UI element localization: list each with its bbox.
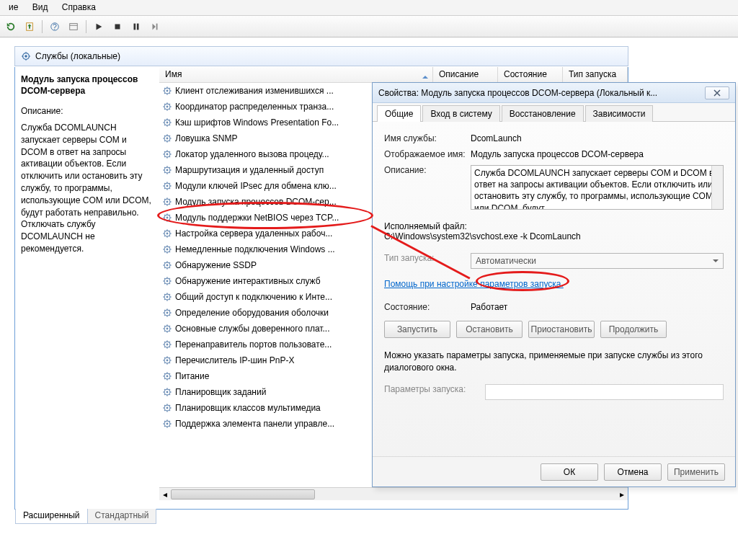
column-status[interactable]: Состояние — [498, 67, 563, 82]
svg-point-226 — [166, 423, 169, 425]
tab-extended[interactable]: Расширенный — [15, 509, 88, 524]
play-icon[interactable] — [91, 19, 107, 35]
svg-line-161 — [164, 310, 165, 311]
svg-line-73 — [169, 167, 170, 168]
svg-point-186 — [166, 360, 169, 362]
help-icon[interactable]: ? — [47, 19, 63, 35]
svg-line-123 — [169, 246, 170, 247]
service-name: Модули ключей IPsec для обмена клю... — [175, 181, 337, 191]
svg-point-166 — [166, 328, 169, 330]
properties-icon[interactable] — [66, 19, 81, 35]
svg-line-81 — [164, 183, 165, 184]
column-description[interactable]: Описание — [433, 67, 498, 82]
horizontal-scrollbar[interactable]: ◂ ▸ — [159, 487, 628, 500]
gear-icon — [162, 276, 172, 286]
gear-icon — [162, 244, 172, 254]
restart-icon[interactable] — [147, 19, 163, 35]
dialog-tabs: Общие Вход в систему Восстановление Зави… — [373, 103, 735, 122]
svg-line-234 — [164, 426, 165, 427]
description-textbox[interactable]: Служба DCOMLAUNCH запускает серверы COM … — [471, 165, 724, 210]
cancel-button[interactable]: Отмена — [604, 463, 662, 481]
pause-button[interactable]: Приостановить — [528, 321, 595, 338]
gear-icon — [162, 387, 172, 397]
svg-line-181 — [164, 342, 165, 342]
svg-line-172 — [169, 331, 170, 332]
service-name: Общий доступ к подключению к Инте... — [175, 292, 332, 302]
list-header: Имя Описание Состояние Тип запуска — [159, 67, 628, 83]
svg-line-51 — [164, 135, 165, 136]
scroll-right-icon[interactable]: ▸ — [616, 489, 628, 500]
svg-line-103 — [169, 215, 170, 215]
tab-logon[interactable]: Вход в систему — [422, 105, 499, 122]
svg-line-53 — [169, 135, 170, 136]
ok-button[interactable]: ОК — [541, 463, 598, 481]
tab-dependencies[interactable]: Зависимости — [585, 105, 654, 122]
dialog-body: Имя службы: DcomLaunch Отображаемое имя:… — [373, 122, 735, 456]
service-name: Перечислитель IP-шин PnP-X — [175, 355, 294, 365]
svg-line-221 — [164, 405, 165, 406]
close-icon[interactable] — [705, 86, 729, 99]
startup-type-select[interactable]: Автоматически — [471, 253, 724, 269]
service-name: Планировщик классов мультимедиа — [175, 403, 321, 413]
svg-line-202 — [169, 378, 170, 379]
dialog-footer: ОК Отмена Применить — [373, 456, 735, 486]
svg-line-143 — [169, 278, 170, 279]
scroll-thumb[interactable] — [171, 489, 315, 499]
properties-dialog: Свойства: Модуль запуска процессов DCOM-… — [372, 82, 736, 487]
gear-icon — [162, 228, 172, 239]
svg-point-136 — [166, 280, 169, 283]
svg-line-102 — [169, 220, 170, 221]
selected-service-title: Модуль запуска процессов DCOM-сервера — [21, 74, 154, 97]
svg-line-223 — [169, 405, 170, 406]
export-icon[interactable] — [22, 19, 37, 35]
menu-item[interactable]: Вид — [27, 0, 54, 14]
tab-general[interactable]: Общие — [377, 105, 421, 122]
resume-button[interactable]: Продолжить — [600, 321, 667, 338]
svg-line-134 — [164, 267, 165, 268]
start-button[interactable]: Запустить — [384, 321, 450, 338]
svg-line-212 — [169, 394, 170, 395]
svg-line-122 — [169, 252, 170, 252]
stop-icon[interactable] — [110, 19, 125, 35]
svg-line-174 — [164, 331, 165, 332]
svg-line-42 — [169, 125, 170, 125]
service-name: Модуль запуска процессов DCOM-сер... — [175, 197, 337, 207]
column-startup[interactable]: Тип запуска — [563, 67, 628, 82]
pause-icon[interactable] — [128, 19, 144, 35]
menu-bar: ие Вид Справка — [0, 0, 738, 16]
tab-recovery[interactable]: Восстановление — [502, 105, 584, 122]
svg-line-44 — [164, 125, 165, 125]
svg-line-71 — [164, 167, 165, 168]
description-text: Служба DCOMLAUNCH запускает серверы COM … — [21, 122, 154, 255]
gear-icon — [162, 308, 172, 318]
svg-point-10 — [25, 55, 27, 58]
svg-line-43 — [169, 120, 170, 120]
menu-item[interactable]: Справка — [56, 0, 102, 14]
svg-point-96 — [166, 217, 169, 219]
svg-rect-6 — [134, 23, 136, 30]
service-name: Планировщик заданий — [175, 387, 266, 397]
gear-icon — [162, 292, 172, 302]
start-params-input[interactable] — [485, 384, 724, 400]
description-panel: Модуль запуска процессов DCOM-сервера Оп… — [15, 67, 159, 487]
svg-line-113 — [169, 231, 170, 231]
column-name[interactable]: Имя — [159, 67, 433, 82]
vertical-scrollbar[interactable] — [711, 166, 723, 209]
svg-line-83 — [169, 183, 170, 184]
svg-line-231 — [164, 421, 165, 422]
dialog-titlebar[interactable]: Свойства: Модуль запуска процессов DCOM-… — [373, 83, 735, 103]
services-icon — [21, 51, 31, 61]
startup-help-link[interactable]: Помощь при настройке параметров запуска. — [384, 279, 564, 289]
svg-line-232 — [169, 426, 170, 427]
menu-item[interactable]: ие — [3, 0, 24, 14]
service-name: Обнаружение интерактивных служб — [175, 276, 321, 286]
gear-icon — [162, 213, 172, 223]
refresh-icon[interactable] — [3, 19, 19, 35]
apply-button[interactable]: Применить — [667, 463, 725, 481]
svg-rect-8 — [156, 23, 158, 30]
svg-line-213 — [169, 389, 170, 390]
stop-button[interactable]: Остановить — [456, 321, 523, 338]
svg-point-86 — [166, 201, 169, 203]
scroll-left-icon[interactable]: ◂ — [159, 489, 171, 500]
tab-standard[interactable]: Стандартный — [87, 509, 157, 524]
